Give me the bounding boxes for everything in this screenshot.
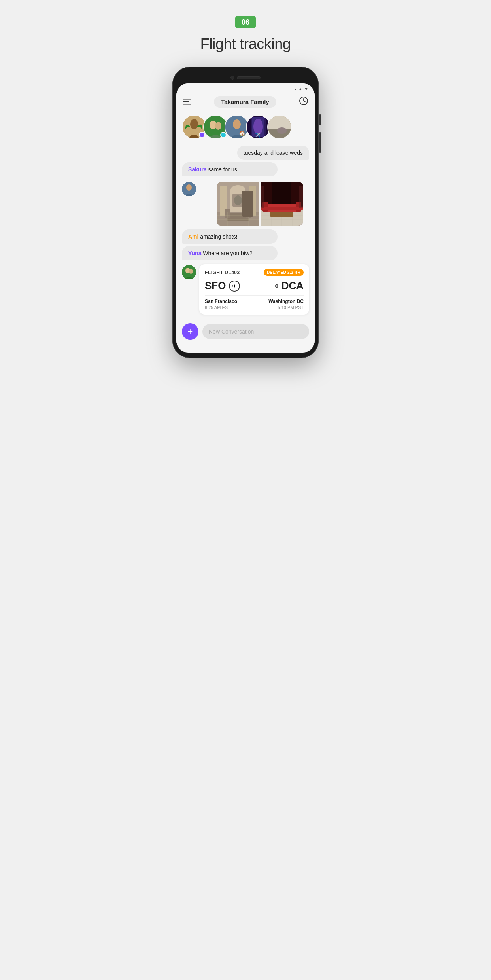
avatar-image: 🏠: [225, 115, 249, 139]
menu-icon[interactable]: [183, 98, 191, 106]
signal-icon: ●: [299, 87, 302, 91]
phone-top-bar: [176, 72, 315, 83]
bottom-bar: + New Conversation: [176, 318, 315, 346]
svg-text:✈️: ✈️: [255, 132, 261, 138]
room-image-right: [261, 182, 303, 226]
svg-rect-1: [183, 101, 189, 102]
status-bar: ▪ ● ▼: [176, 83, 315, 93]
chat-area: tuesday and leave weds Sakura same for u…: [176, 143, 315, 180]
message-bubble-ami: Ami amazing shots!: [182, 229, 278, 244]
phone-shell: ▪ ● ▼ Takamura Family: [172, 67, 319, 358]
svg-rect-18: [268, 116, 291, 129]
sender-name: Sakura: [188, 166, 207, 172]
history-icon[interactable]: [299, 96, 308, 108]
svg-point-20: [277, 127, 287, 134]
flight-card-wrap: FLIGHT DL403 DELAYED 2.2 HR SFO ✈ DCA: [176, 264, 315, 318]
message-bubble-right: tuesday and leave weds: [237, 146, 309, 160]
avatar-image: [267, 115, 292, 139]
svg-text:🏠: 🏠: [239, 130, 246, 137]
delayed-badge: DELAYED 2.2 HR: [264, 269, 304, 276]
sender-name-yuna: Yuna: [188, 250, 201, 256]
origin-city: San Francisco: [205, 299, 237, 304]
power-button: [319, 114, 321, 125]
destination-dot: [275, 284, 278, 288]
flight-header: FLIGHT DL403 DELAYED 2.2 HR: [205, 269, 304, 276]
wifi-icon: ▼: [304, 87, 308, 91]
svg-point-28: [230, 185, 246, 195]
svg-point-5: [190, 119, 198, 129]
svg-rect-41: [272, 182, 291, 204]
svg-rect-31: [246, 209, 251, 218]
battery-icon: ▪: [295, 87, 297, 91]
avatar-item[interactable]: [203, 115, 228, 139]
svg-point-22: [186, 184, 192, 191]
avatars-row: 🏠 ✈️: [176, 112, 315, 143]
svg-point-10: [233, 119, 241, 129]
phone-screen: ▪ ● ▼ Takamura Family: [176, 83, 315, 353]
chat-area-continued: Ami amazing shots! Yuna Where are you bt…: [176, 228, 315, 264]
plane-icon: ✈: [229, 281, 240, 292]
avatar-item[interactable]: 🏠: [225, 115, 249, 139]
svg-rect-54: [261, 186, 264, 208]
sender-name-ami: Ami: [188, 233, 198, 240]
flight-route: SFO ✈ DCA: [205, 280, 304, 292]
dest-info: Washington DC 5:10 PM PST: [268, 299, 304, 310]
origin-code: SFO: [205, 280, 226, 292]
dest-code: DCA: [281, 280, 304, 292]
svg-rect-53: [270, 212, 293, 217]
step-badge: 06: [235, 16, 256, 28]
image-message-row: [176, 180, 315, 228]
route-line: [240, 286, 275, 286]
message-bubble-left: Sakura same for us!: [182, 162, 278, 176]
message-input[interactable]: New Conversation: [202, 324, 309, 339]
dest-city: Washington DC: [268, 299, 304, 304]
image-grid: [217, 182, 303, 226]
svg-rect-26: [249, 186, 256, 216]
avatar-item[interactable]: [267, 115, 292, 139]
svg-rect-55: [299, 186, 303, 208]
app-header: Takamura Family: [176, 93, 315, 112]
dest-time: 5:10 PM PST: [268, 305, 304, 310]
room-image-left: [217, 182, 259, 226]
flight-sender-avatar: [182, 265, 196, 279]
flight-cities: San Francisco 8:25 AM EST Washington DC …: [205, 295, 304, 310]
svg-point-8: [215, 122, 221, 130]
flight-number: FLIGHT DL403: [205, 270, 240, 275]
sender-avatar: [182, 182, 196, 196]
group-name: Takamura Family: [214, 96, 276, 108]
svg-rect-52: [261, 207, 303, 210]
svg-point-33: [234, 195, 242, 205]
new-conversation-button[interactable]: +: [182, 323, 198, 340]
avatar-item[interactable]: ✈️: [246, 115, 270, 139]
svg-point-58: [189, 269, 193, 274]
avatar-image: ✈️: [246, 115, 270, 139]
origin-time: 8:25 AM EST: [205, 305, 237, 310]
svg-point-15: [253, 119, 263, 135]
camera-dot: [230, 76, 234, 80]
speaker-grille: [237, 76, 261, 79]
flight-card: FLIGHT DL403 DELAYED 2.2 HR SFO ✈ DCA: [199, 264, 309, 315]
avatar-item[interactable]: [182, 115, 206, 139]
message-bubble-yuna: Yuna Where are you btw?: [182, 246, 278, 260]
svg-rect-0: [183, 99, 191, 100]
page-title: Flight tracking: [200, 36, 291, 53]
origin-info: San Francisco 8:25 AM EST: [205, 299, 237, 310]
volume-button: [319, 132, 321, 153]
page-wrapper: 06 Flight tracking ▪ ● ▼: [123, 16, 368, 358]
flight-line: ✈: [226, 281, 281, 292]
svg-rect-2: [183, 104, 191, 105]
